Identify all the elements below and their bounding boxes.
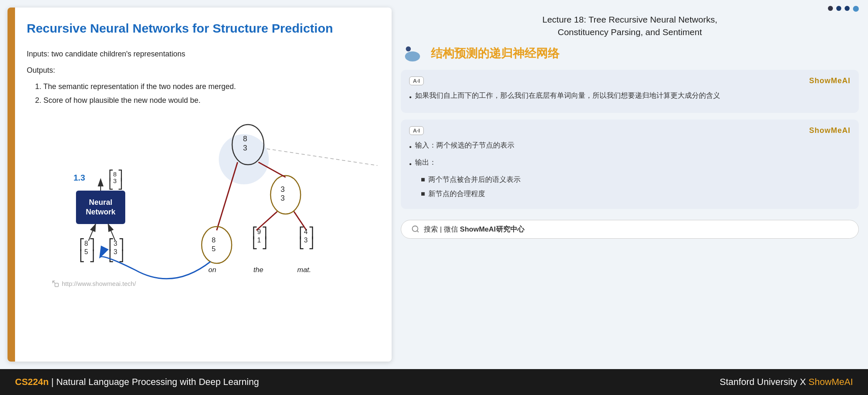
svg-text:8: 8 [243,135,247,143]
svg-text:mat.: mat. [297,266,311,274]
lecture-line2: Constituency Parsing, and Sentiment [558,27,702,37]
dot-4 [853,6,859,12]
dot-3 [845,6,850,11]
slide-content: Recursive Neural Networks for Structure … [8,8,392,303]
card-2: A·I ShowMeAI • 输入：两个候选的子节点的表示 • 输出： ■ 两个… [401,120,859,209]
svg-text:3: 3 [243,144,247,152]
svg-point-55 [412,226,418,232]
footer-separator: | [51,377,56,387]
card-2-text: • 输入：两个候选的子节点的表示 • 输出： ■ 两个节点被合并后的语义表示 ■… [409,139,850,200]
main-container: Recursive Neural Networks for Structure … [0,0,868,395]
svg-text:⎣: ⎣ [109,178,114,190]
svg-text:3: 3 [114,240,117,247]
svg-text:on: on [208,266,216,274]
chinese-title: 结构预测的递归神经网络 [431,46,559,61]
card-2-sub-2: ■ 新节点的合理程度 [421,188,850,201]
svg-line-12 [89,224,96,241]
card-1-header: A·I ShowMeAI [409,76,850,85]
footer-cs224n: CS224n [15,377,49,387]
card-2-bullet-1-text: 输入：两个候选的子节点的表示 [415,139,514,152]
sub-bullet-icon-2: ■ [421,188,425,201]
dot-1 [828,6,833,11]
svg-text:3: 3 [113,177,116,184]
ai-badge-2: A·I [409,126,424,135]
url-label: http://www.showmeai.tech/ [62,280,136,287]
right-panel: Lecture 18: Tree Recursive Neural Networ… [392,0,868,369]
svg-text:5: 5 [84,248,88,255]
card-1-text: • 如果我们自上而下的工作，那么我们在底层有单词向量，所以我们想要递归地计算更大… [409,89,850,104]
svg-text:⎤: ⎤ [89,238,95,251]
card-1-bullet-1-text: 如果我们自上而下的工作，那么我们在底层有单词向量，所以我们想要递归地计算更大成分… [415,89,720,102]
diagram-svg: ⎡ 8 5 ⎤ ⎣ ⎦ ⎡ 3 3 ⎤ ⎣ ⎦ [27,111,386,295]
content-area: Recursive Neural Networks for Structure … [0,0,868,369]
svg-line-49 [267,149,377,166]
svg-point-54 [406,46,411,51]
svg-line-13 [108,224,115,241]
svg-point-24 [271,176,301,214]
card-2-sub-2-text: 新节点的合理程度 [428,188,485,201]
svg-text:⎦: ⎦ [309,236,314,250]
url-text: http://www.showmeai.tech/ [52,280,136,288]
search-bar[interactable]: 搜索 | 微信 ShowMeAI研究中心 [401,220,859,239]
bullet-dot-2b: • [409,158,412,171]
svg-text:8: 8 [84,240,88,247]
footer-left: CS224n | Natural Language Processing wit… [15,377,259,387]
svg-text:3: 3 [304,237,308,244]
svg-text:⎤: ⎤ [119,238,124,251]
slide-list: 1. The semantic representation if the tw… [35,80,375,107]
card-2-sub-1: ■ 两个节点被合并后的语义表示 [421,173,850,186]
svg-point-53 [405,51,420,61]
footer-x: X [800,377,809,387]
card-2-sub-1-text: 两个节点被合并后的语义表示 [428,173,521,186]
card-2-bullet-1: • 输入：两个候选的子节点的表示 [409,139,850,154]
svg-point-31 [202,227,232,263]
card-2-bullet-2: • 输出： [409,156,850,171]
svg-line-28 [258,162,286,177]
svg-text:3: 3 [114,248,117,255]
svg-text:5: 5 [212,245,215,253]
lecture-header: Lecture 18: Tree Recursive Neural Networ… [401,13,859,39]
slide-title: Recursive Neural Networks for Structure … [27,21,375,36]
svg-text:3: 3 [281,185,285,194]
footer: CS224n | Natural Language Processing wit… [0,369,868,395]
svg-text:9: 9 [257,228,261,235]
svg-text:8: 8 [113,171,116,178]
diagram-area: NeuralNetwork 1.3 ⎡ 8 5 ⎤ ⎣ ⎦ [27,111,375,295]
slide-point1: 1. The semantic representation if the tw… [35,80,375,93]
footer-showmeai: ShowMeAI [809,377,853,387]
svg-text:the: the [253,266,263,274]
svg-text:1: 1 [257,237,261,244]
svg-text:⎦: ⎦ [89,249,95,262]
slide-output-line: Outputs: [27,64,375,77]
sub-bullet-icon-1: ■ [421,173,425,186]
footer-stanford: Stanford University [720,377,797,387]
card-2-bullet-2-text: 输出： [415,156,436,169]
bullet-dot-1: • [409,91,412,104]
card-2-header: A·I ShowMeAI [409,126,850,135]
showmeai-label-1: ShowMeAI [809,76,850,85]
search-bar-text: 搜索 | 微信 ShowMeAI研究中心 [424,224,524,234]
lecture-line1: Lecture 18: Tree Recursive Neural Networ… [542,15,717,24]
svg-line-56 [417,231,419,232]
footer-right: Stanford University X ShowMeAI [720,377,853,387]
svg-text:⎣: ⎣ [252,236,258,250]
slide-point2: 2. Score of how plausible the new node w… [35,94,375,107]
svg-text:⎦: ⎦ [262,236,267,250]
svg-text:⎦: ⎦ [119,249,124,262]
ai-badge-1: A·I [409,76,424,85]
svg-text:⎣: ⎣ [299,236,304,250]
slide-panel: Recursive Neural Networks for Structure … [8,8,392,362]
svg-text:8: 8 [212,236,215,244]
card-1-bullet-1: • 如果我们自上而下的工作，那么我们在底层有单词向量，所以我们想要递归地计算更大… [409,89,850,104]
svg-point-21 [232,125,264,165]
wave-icon [404,45,426,62]
svg-text:3: 3 [281,194,285,202]
svg-rect-52 [55,283,58,286]
slide-input-line: Inputs: two candidate children's represe… [27,48,375,61]
svg-text:4: 4 [304,228,308,235]
showmeai-label-2: ShowMeAI [809,126,850,135]
dot-2 [836,6,841,11]
svg-text:⎦: ⎦ [118,178,123,190]
bullet-dot-2a: • [409,141,412,154]
svg-text:⎣: ⎣ [79,249,85,262]
